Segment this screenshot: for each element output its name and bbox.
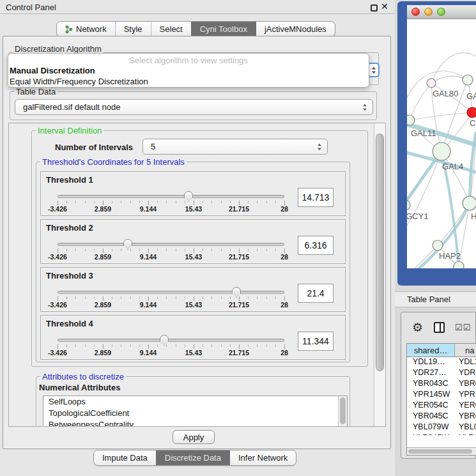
table-row[interactable]: YDR27…YDR2 <box>407 368 476 379</box>
network-node[interactable] <box>463 196 476 210</box>
network-node[interactable] <box>463 75 473 85</box>
slider-minor-tick <box>94 201 95 203</box>
table-panel-titlebar: Table Panel <box>395 291 476 307</box>
zoom-traffic-light-icon[interactable] <box>437 8 445 16</box>
cell[interactable]: YER0 <box>455 401 476 411</box>
cell[interactable]: YBL0 <box>455 422 476 433</box>
slider-minor-tick <box>130 249 131 251</box>
cell[interactable]: YER054C <box>407 401 455 411</box>
number-of-intervals-combo[interactable]: 5 <box>142 139 328 155</box>
cell[interactable]: YBR0 <box>455 379 476 390</box>
network-node[interactable] <box>407 115 415 125</box>
slider-track[interactable] <box>58 339 284 342</box>
slider-minor-tick <box>157 249 158 251</box>
table-horizontal-scrollbar[interactable] <box>407 447 476 455</box>
apply-button[interactable]: Apply <box>173 430 215 444</box>
minimize-traffic-light-icon[interactable] <box>424 8 433 16</box>
network-canvas[interactable]: GAL80GACGAL11GAL4GCY1HHAP2 <box>407 19 476 268</box>
list-item[interactable]: SelfLoops <box>43 396 347 408</box>
cell[interactable]: YPR1 <box>455 390 476 401</box>
threshold-3-value-field[interactable] <box>298 284 334 303</box>
slider-major-tick <box>284 344 285 349</box>
node-table[interactable]: shared… na YDL19…YDL1 YDR27…YDR2 YBR043C… <box>406 343 476 456</box>
column-header-name[interactable]: na <box>455 344 476 357</box>
table-row[interactable]: YBR043CYBR0 <box>407 379 476 390</box>
network-edge[interactable] <box>410 83 431 120</box>
slider-minor-tick <box>266 249 267 251</box>
scrollbar-thumb[interactable] <box>408 449 472 454</box>
column-layout-icon[interactable] <box>434 322 445 333</box>
tab-impute-data[interactable]: Impute Data <box>94 450 156 465</box>
table-row[interactable]: YBL079WYBL0 <box>407 422 476 433</box>
network-node[interactable] <box>433 142 450 160</box>
network-node[interactable] <box>433 240 443 250</box>
close-icon[interactable]: ✕ <box>381 1 388 12</box>
table-row[interactable]: YLR345WYLR3 <box>407 433 476 435</box>
settings-vertical-scrollbar[interactable] <box>374 123 385 426</box>
tab-cyni-toolbox[interactable]: Cyni Toolbox <box>191 22 256 36</box>
cell[interactable]: YBR043C <box>407 379 455 390</box>
network-node[interactable] <box>427 79 436 88</box>
algorithm-placeholder-option[interactable]: Select algorithm to view settings <box>8 56 369 65</box>
table-row[interactable]: YBR045CYBR0 <box>407 411 476 422</box>
threshold-1-slider[interactable]: -3.4262.8599.14415.4321.71528 <box>58 190 284 213</box>
cell[interactable]: YDR27… <box>407 368 455 379</box>
cell[interactable]: YDL1 <box>455 357 476 368</box>
tab-jactivemnodules[interactable]: jActiveMNodules <box>256 22 335 36</box>
threshold-4-value-field[interactable] <box>298 332 334 351</box>
cell[interactable]: YDR2 <box>455 368 476 379</box>
list-scrollbar[interactable] <box>338 396 347 427</box>
cell[interactable]: YBR045C <box>407 411 455 422</box>
table-row[interactable]: YER054CYER0 <box>407 401 476 411</box>
threshold-3-label: Threshold 3 <box>46 271 93 280</box>
threshold-3-slider[interactable]: -3.4262.8599.14415.4321.71528 <box>58 286 284 309</box>
slider-major-tick <box>58 201 58 205</box>
float-window-icon[interactable] <box>371 4 378 12</box>
slider-track[interactable] <box>58 195 284 198</box>
algorithm-option-equal-width[interactable]: Equal Width/Frequency Discretization <box>8 76 369 87</box>
threshold-2-value-field[interactable] <box>298 236 334 255</box>
tab-network[interactable]: Network <box>57 22 115 36</box>
list-item[interactable]: TopologicalCoefficient <box>43 408 347 419</box>
cell[interactable]: YBR0 <box>455 411 476 422</box>
tab-discretize-data[interactable]: Discretize Data <box>156 450 229 465</box>
network-node[interactable] <box>407 200 410 210</box>
threshold-1-value-field[interactable] <box>298 188 334 207</box>
network-edge-thick[interactable] <box>407 151 441 207</box>
interval-definition-title: Interval Definition <box>36 126 104 135</box>
cell[interactable]: YLR3 <box>455 433 476 435</box>
table-row[interactable]: YDL19…YDL1 <box>407 357 476 368</box>
slider-minor-tick <box>166 344 167 347</box>
slider-track[interactable] <box>58 243 284 246</box>
gear-icon[interactable]: ⚙ <box>412 321 423 334</box>
slider-minor-tick <box>211 201 212 203</box>
scrollbar-thumb[interactable] <box>376 134 384 371</box>
network-node[interactable] <box>467 107 476 118</box>
close-traffic-light-icon[interactable] <box>411 8 420 16</box>
tab-style[interactable]: Style <box>115 22 151 36</box>
list-item[interactable]: BetweennessCentrality <box>43 419 347 427</box>
cell[interactable]: YDL19… <box>407 357 455 368</box>
slider-ticks: -3.4262.8599.14415.4321.71528 <box>58 344 284 357</box>
select-columns-icon[interactable]: ☑☑ <box>455 323 471 332</box>
slider-minor-tick <box>94 344 95 347</box>
tab-infer-network[interactable]: Infer Network <box>229 450 296 465</box>
tab-select[interactable]: Select <box>151 22 191 36</box>
network-edge[interactable] <box>410 112 472 120</box>
cell[interactable]: YBL079W <box>407 422 455 433</box>
cell[interactable]: YLR345W <box>407 433 455 435</box>
table-panel-window: ⚙ ☑☑ shared… na YDL19…YDL1 YDR27…YDR2 YB… <box>401 312 476 459</box>
algorithm-option-manual[interactable]: Manual Discretization <box>8 65 369 76</box>
cell[interactable]: YPR145W <box>407 390 455 401</box>
column-header-shared-name[interactable]: shared… <box>407 344 455 357</box>
threshold-4-slider[interactable]: -3.4262.8599.14415.4321.71528 <box>58 334 284 357</box>
slider-track[interactable] <box>58 291 284 294</box>
network-window-titlebar[interactable] <box>407 5 476 19</box>
threshold-2-slider[interactable]: -3.4262.8599.14415.4321.71528 <box>58 238 284 261</box>
numerical-attributes-list[interactable]: SelfLoops TopologicalCoefficient Between… <box>43 395 348 427</box>
table-row[interactable]: YPR145WYPR1 <box>407 390 476 401</box>
network-node-label: GAL11 <box>411 128 436 138</box>
table-data-combo[interactable]: galFiltered.sif default node <box>15 99 373 115</box>
network-node[interactable] <box>454 261 464 268</box>
network-node-label: HAP2 <box>439 251 461 261</box>
